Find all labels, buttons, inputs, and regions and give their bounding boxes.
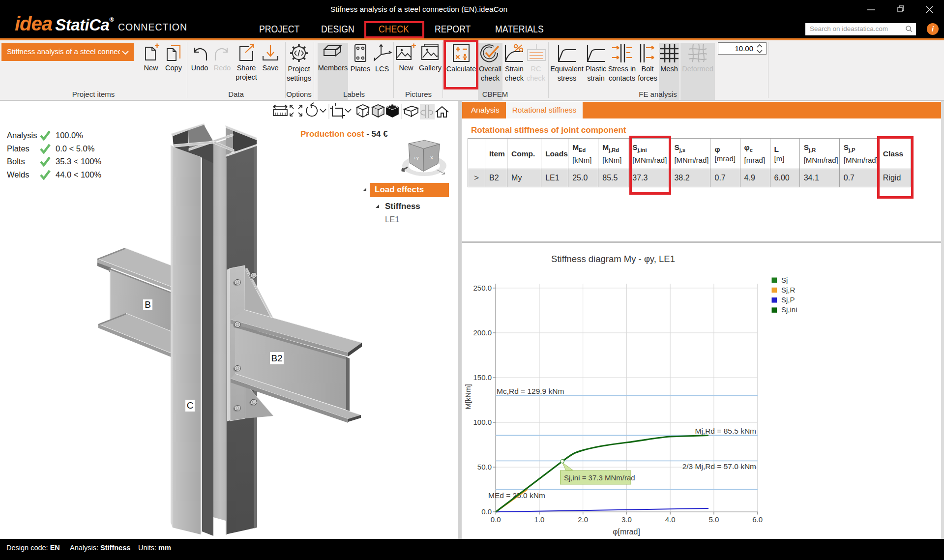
- svg-text:Mj,Rd = 85.5 kNm: Mj,Rd = 85.5 kNm: [695, 427, 756, 435]
- svg-text:5.0: 5.0: [708, 515, 719, 524]
- svg-text:6.0: 6.0: [752, 515, 763, 524]
- svg-text:Mc,Rd = 129.9 kNm: Mc,Rd = 129.9 kNm: [497, 387, 564, 395]
- svg-text:1.0: 1.0: [534, 515, 545, 524]
- svg-text:Sj,R: Sj,R: [781, 286, 796, 294]
- svg-text:φ[mrad]: φ[mrad]: [613, 528, 640, 536]
- svg-text:+Y: +Y: [413, 156, 419, 161]
- svg-text:4.0: 4.0: [665, 515, 676, 524]
- svg-text:Sj,P: Sj,P: [781, 295, 795, 304]
- svg-text:100.0: 100.0: [473, 418, 492, 426]
- svg-text:-X: -X: [429, 155, 433, 160]
- svg-text:Stiffness diagram My - φy, LE1: Stiffness diagram My - φy, LE1: [551, 254, 675, 264]
- svg-text:150.0: 150.0: [473, 373, 492, 382]
- svg-text:50.0: 50.0: [477, 463, 492, 471]
- svg-text:2.0: 2.0: [578, 515, 588, 524]
- svg-text:0.0: 0.0: [481, 507, 492, 516]
- svg-text:200.0: 200.0: [473, 328, 492, 337]
- svg-text:Sj,ini: Sj,ini: [781, 305, 797, 314]
- svg-text:3.0: 3.0: [621, 515, 632, 524]
- svg-text:Sj: Sj: [781, 276, 788, 284]
- svg-text:250.0: 250.0: [473, 284, 492, 292]
- svg-text:2/3 Mj,Rd = 57.0 kNm: 2/3 Mj,Rd = 57.0 kNm: [682, 462, 756, 471]
- svg-text:0.0: 0.0: [491, 515, 501, 524]
- svg-text:M[kNm]: M[kNm]: [464, 384, 472, 410]
- svg-text:Sj,ini = 37.3 MNm/rad: Sj,ini = 37.3 MNm/rad: [564, 473, 635, 482]
